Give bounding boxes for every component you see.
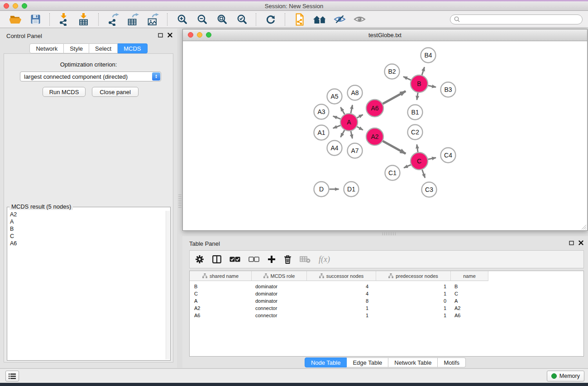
- close-panel-icon[interactable]: [578, 240, 583, 245]
- graph-node-A1[interactable]: A1: [314, 125, 329, 140]
- graph-node-D[interactable]: D: [314, 182, 329, 197]
- close-panel-button[interactable]: Close panel: [92, 87, 139, 97]
- export-network-button[interactable]: [105, 12, 121, 27]
- tab-motifs[interactable]: Motifs: [438, 357, 466, 367]
- graph-edge-B-B1[interactable]: [417, 93, 418, 100]
- column-header-shared-name[interactable]: shared name: [190, 271, 252, 281]
- criterion-select[interactable]: largest connected component (directed) ▲…: [20, 71, 161, 81]
- import-table-button[interactable]: [76, 12, 92, 27]
- zoom-in-button[interactable]: [174, 12, 190, 27]
- zoom-fit-button[interactable]: [214, 12, 230, 27]
- graph-node-C3[interactable]: C3: [422, 182, 437, 197]
- network-document-button[interactable]: [292, 12, 308, 27]
- table-row[interactable]: Cdominator41C: [190, 290, 583, 297]
- horizontal-split-handle[interactable]: [382, 232, 397, 235]
- hide-panels-button[interactable]: [331, 12, 348, 27]
- deselect-all-button[interactable]: [249, 253, 259, 266]
- export-image-button[interactable]: [145, 12, 161, 27]
- graph-node-D1[interactable]: D1: [344, 182, 359, 197]
- column-header-predecessor-nodes[interactable]: predecessor nodes: [376, 271, 451, 281]
- graph-edge-A2-C[interactable]: [383, 141, 406, 154]
- graph-node-B2[interactable]: B2: [385, 64, 400, 79]
- refresh-button[interactable]: [263, 12, 279, 27]
- close-panel-icon[interactable]: [167, 33, 172, 38]
- tab-node-table[interactable]: Node Table: [305, 357, 347, 367]
- graph-edge-A-A7[interactable]: [351, 131, 352, 138]
- table-row[interactable]: A2connector11A2: [190, 305, 583, 312]
- column-header-successor-nodes[interactable]: successor nodes: [307, 271, 376, 281]
- tab-network[interactable]: Network: [29, 43, 64, 53]
- graph-edge-C-C1[interactable]: [404, 165, 411, 168]
- delete-table-button[interactable]: [300, 253, 311, 266]
- graph-node-A8[interactable]: A8: [348, 86, 363, 100]
- save-session-button[interactable]: [27, 12, 43, 27]
- graph-edge-A-A2[interactable]: [357, 127, 363, 130]
- graph-node-A3[interactable]: A3: [314, 105, 329, 119]
- mcds-result-item[interactable]: A: [8, 218, 166, 225]
- graph-node-C[interactable]: C: [411, 152, 428, 170]
- mcds-result-item[interactable]: C: [8, 233, 166, 240]
- vertical-split-handle[interactable]: [178, 195, 182, 209]
- graph-edge-B-B2[interactable]: [403, 76, 411, 80]
- graph-node-B4[interactable]: B4: [421, 48, 436, 63]
- tab-style[interactable]: Style: [64, 43, 89, 53]
- graph-edge-A-A5[interactable]: [340, 107, 344, 114]
- table-row[interactable]: A6connector11A6: [190, 312, 583, 319]
- show-panels-button[interactable]: [351, 12, 368, 27]
- graph-node-A4[interactable]: A4: [327, 141, 342, 156]
- export-table-button[interactable]: [125, 12, 141, 27]
- mcds-result-item[interactable]: A2: [8, 211, 166, 218]
- search-box[interactable]: [450, 14, 583, 24]
- table-settings-button[interactable]: [195, 253, 204, 266]
- run-mcds-button[interactable]: Run MCDS: [43, 87, 86, 97]
- resize-grip-icon[interactable]: [580, 224, 587, 230]
- graph-edge-A-A8[interactable]: [351, 105, 353, 113]
- tab-network-table[interactable]: Network Table: [388, 357, 438, 367]
- search-input[interactable]: [462, 16, 578, 23]
- graph-edge-A-A4[interactable]: [340, 130, 344, 137]
- graph-edge-B-B3[interactable]: [428, 86, 436, 87]
- graph-node-A[interactable]: A: [340, 114, 358, 131]
- zoom-selected-button[interactable]: [234, 12, 250, 27]
- graph-edge-C-C4[interactable]: [428, 157, 436, 159]
- task-history-button[interactable]: [5, 371, 19, 381]
- network-canvas[interactable]: A5A8A3A1A4A7AA6A2BB2B4B3B1CC2C4C1C3DD1: [183, 41, 587, 230]
- open-session-button[interactable]: [7, 12, 24, 27]
- graph-edge-B-B4[interactable]: [422, 67, 425, 75]
- graph-node-A7[interactable]: A7: [348, 143, 363, 158]
- tab-mcds[interactable]: MCDS: [118, 43, 147, 53]
- graph-edge-A-A3[interactable]: [333, 116, 341, 119]
- tab-edge-table[interactable]: Edge Table: [347, 357, 388, 367]
- memory-button[interactable]: Memory: [547, 371, 584, 381]
- column-header-name[interactable]: name: [451, 271, 488, 281]
- graph-edge-A-A6[interactable]: [357, 114, 363, 118]
- mcds-result-list[interactable]: A2ABCA6: [8, 211, 166, 359]
- mcds-result-item[interactable]: A6: [8, 240, 166, 247]
- function-builder-button[interactable]: f(x): [319, 253, 330, 266]
- result-list-scrollbar[interactable]: [166, 211, 170, 359]
- graph-node-B[interactable]: B: [411, 75, 428, 92]
- mcds-result-item[interactable]: B: [8, 225, 166, 233]
- graph-node-C1[interactable]: C1: [385, 166, 400, 181]
- home-button[interactable]: [311, 12, 328, 27]
- float-panel-icon[interactable]: [158, 33, 163, 38]
- graph-edge-A6-B[interactable]: [383, 91, 406, 104]
- tab-select[interactable]: Select: [89, 43, 118, 53]
- graph-node-C4[interactable]: C4: [441, 148, 456, 163]
- column-header-mcds-role[interactable]: MCDS role: [252, 271, 307, 281]
- float-panel-icon[interactable]: [569, 241, 574, 245]
- delete-column-button[interactable]: [284, 253, 292, 266]
- zoom-out-button[interactable]: [194, 12, 210, 27]
- import-network-button[interactable]: [56, 12, 72, 27]
- graph-edge-C-C2[interactable]: [417, 144, 418, 152]
- graph-node-A6[interactable]: A6: [366, 100, 383, 117]
- graph-node-A2[interactable]: A2: [366, 128, 383, 145]
- network-window-titlebar[interactable]: testGlobe.txt: [183, 29, 587, 41]
- graph-edge-A-A1[interactable]: [333, 125, 341, 128]
- table-row[interactable]: Adominator80A: [190, 297, 583, 305]
- graph-node-B3[interactable]: B3: [441, 82, 456, 97]
- column-layout-button[interactable]: [212, 253, 221, 266]
- graph-node-B1[interactable]: B1: [408, 105, 423, 120]
- table-row[interactable]: Bdominator41B: [190, 283, 583, 290]
- add-column-button[interactable]: [268, 253, 276, 266]
